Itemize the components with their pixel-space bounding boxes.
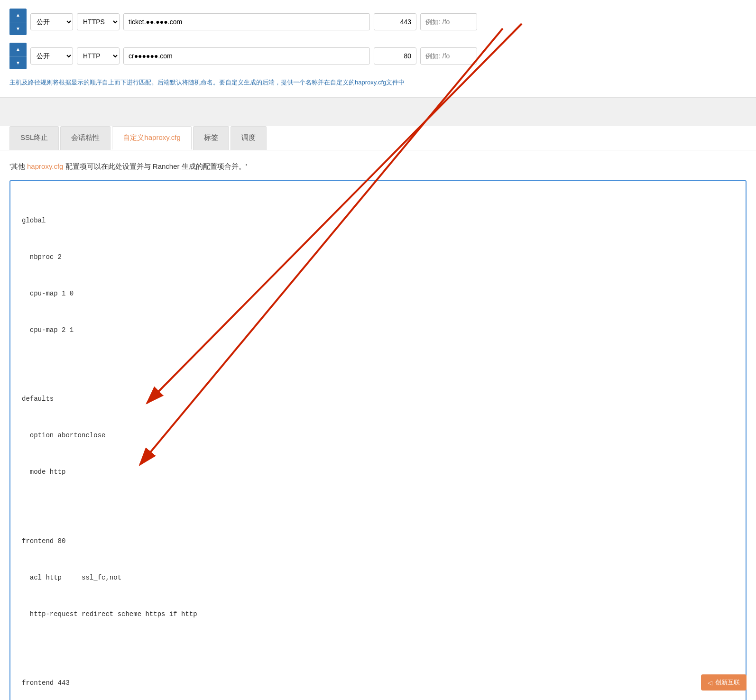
tab-schedule[interactable]: 调度 bbox=[230, 126, 267, 150]
tab-tags[interactable]: 标签 bbox=[193, 126, 229, 150]
code-line-2: nbproc 2 bbox=[22, 251, 734, 264]
code-editor[interactable]: global nbproc 2 cpu-map 1 0 cpu-map 2 1 … bbox=[9, 180, 747, 700]
row-2-port-input[interactable] bbox=[374, 47, 416, 64]
row-2-up-button[interactable]: ▲ bbox=[9, 43, 27, 56]
code-line-11: acl http ssl_fc,not bbox=[22, 571, 734, 584]
row-1-down-button[interactable]: ▼ bbox=[9, 22, 27, 36]
tab-sticky[interactable]: 会话粘性 bbox=[60, 126, 111, 150]
code-line-5 bbox=[22, 360, 734, 369]
row-1-protocol-select[interactable]: HTTPS bbox=[77, 13, 120, 30]
code-line-8: mode http bbox=[22, 466, 734, 479]
row-1-sort-buttons[interactable]: ▲ ▼ bbox=[9, 9, 27, 35]
content-section: '其他 haproxy.cfg 配置项可以在此处设置并与 Rancher 生成的… bbox=[0, 150, 756, 700]
description-text: '其他 haproxy.cfg 配置项可以在此处设置并与 Rancher 生成的… bbox=[9, 160, 747, 173]
row-1-domain-input[interactable] bbox=[123, 13, 370, 30]
top-section: ▲ ▼ 公开 HTTPS ▲ ▼ 公开 HTTP bbox=[0, 0, 756, 98]
code-line-12: http-request redirect scheme https if ht… bbox=[22, 608, 734, 621]
row-1-up-button[interactable]: ▲ bbox=[9, 9, 27, 22]
code-line-13 bbox=[22, 645, 734, 653]
code-line-6: defaults bbox=[22, 393, 734, 405]
row-2-protocol-select[interactable]: HTTP bbox=[77, 47, 120, 64]
badge-icon: ◁ bbox=[708, 679, 712, 686]
row-2-sort-buttons[interactable]: ▲ ▼ bbox=[9, 43, 27, 69]
row-2-access-select[interactable]: 公开 bbox=[30, 47, 73, 64]
row-1-path-input[interactable] bbox=[420, 13, 477, 30]
gray-spacer bbox=[0, 98, 756, 126]
info-text: 主机及路径规则将根据显示的顺序自上而下进行匹配。后端默认将随机命名。要自定义生成… bbox=[0, 73, 756, 92]
bottom-badge: ◁ 创新互联 bbox=[701, 674, 747, 691]
badge-text: 创新互联 bbox=[715, 678, 740, 687]
code-line-3: cpu-map 1 0 bbox=[22, 287, 734, 300]
code-line-1: global bbox=[22, 214, 734, 227]
page-wrapper: ▲ ▼ 公开 HTTPS ▲ ▼ 公开 HTTP bbox=[0, 0, 756, 700]
row-2: ▲ ▼ 公开 HTTP bbox=[0, 39, 756, 73]
tab-haproxy[interactable]: 自定义haproxy.cfg bbox=[112, 126, 191, 150]
code-line-7: option abortonclose bbox=[22, 429, 734, 442]
tab-ssl[interactable]: SSL终止 bbox=[9, 126, 59, 150]
row-1-port-input[interactable] bbox=[374, 13, 416, 30]
row-2-domain-input[interactable] bbox=[123, 47, 370, 64]
row-1-access-select[interactable]: 公开 bbox=[30, 13, 73, 30]
tabs-container: SSL终止 会话粘性 自定义haproxy.cfg 标签 调度 bbox=[9, 126, 747, 150]
code-line-14: frontend 443 bbox=[22, 677, 734, 690]
tabs-section: SSL终止 会话粘性 自定义haproxy.cfg 标签 调度 bbox=[0, 126, 756, 150]
code-line-10: frontend 80 bbox=[22, 535, 734, 548]
row-2-down-button[interactable]: ▼ bbox=[9, 56, 27, 70]
code-line-9 bbox=[22, 502, 734, 511]
row-1: ▲ ▼ 公开 HTTPS bbox=[0, 5, 756, 39]
haproxy-link[interactable]: haproxy.cfg bbox=[27, 162, 63, 170]
code-line-4: cpu-map 2 1 bbox=[22, 324, 734, 337]
row-2-path-input[interactable] bbox=[420, 47, 477, 64]
